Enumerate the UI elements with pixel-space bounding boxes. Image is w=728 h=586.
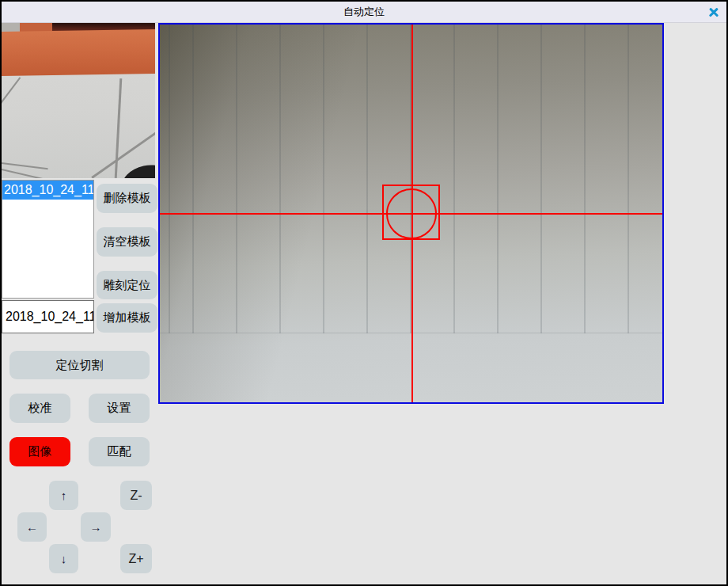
thumbnail-tile-line bbox=[2, 77, 21, 105]
roi-circle bbox=[386, 188, 437, 239]
image-button-active[interactable]: 图像 bbox=[9, 437, 70, 466]
clear-templates-button[interactable]: 清空模板 bbox=[97, 227, 157, 257]
jog-right-button[interactable]: → bbox=[81, 512, 111, 542]
template-list[interactable]: 2018_10_24_11 bbox=[2, 180, 94, 299]
jog-up-button[interactable]: ↑ bbox=[49, 481, 78, 510]
engrave-position-button[interactable]: 雕刻定位 bbox=[97, 271, 157, 299]
position-cut-button[interactable]: 定位切割 bbox=[9, 351, 150, 379]
delete-template-button[interactable]: 删除模板 bbox=[97, 184, 157, 213]
thumbnail-tile-line bbox=[115, 78, 123, 178]
jog-down-button[interactable]: ↓ bbox=[49, 544, 78, 573]
list-item[interactable]: 2018_10_24_11 bbox=[2, 181, 93, 200]
template-name-field[interactable] bbox=[2, 300, 94, 333]
add-template-button[interactable]: 增加模板 bbox=[97, 303, 157, 333]
thumbnail-tile-line bbox=[2, 162, 48, 169]
close-button[interactable] bbox=[707, 6, 720, 18]
settings-button[interactable]: 设置 bbox=[89, 394, 150, 423]
camera-view[interactable] bbox=[158, 23, 664, 404]
template-thumbnail bbox=[2, 23, 155, 178]
auto-position-window: 自动定位 2018_10_24_11 删除模板 清空模板 雕刻定位 增加模板 定… bbox=[0, 0, 728, 586]
jog-left-button[interactable]: ← bbox=[17, 512, 47, 542]
jog-z-plus-button[interactable]: Z+ bbox=[120, 544, 152, 573]
calibrate-button[interactable]: 校准 bbox=[9, 394, 70, 423]
match-button[interactable]: 匹配 bbox=[89, 437, 150, 466]
window-title: 自动定位 bbox=[2, 2, 726, 22]
thumbnail-orange-beam bbox=[2, 29, 155, 76]
title-bar: 自动定位 bbox=[2, 2, 726, 23]
thumbnail-dark-object bbox=[119, 161, 155, 178]
jog-z-minus-button[interactable]: Z- bbox=[120, 481, 152, 510]
thumbnail-tile-line bbox=[2, 169, 47, 178]
